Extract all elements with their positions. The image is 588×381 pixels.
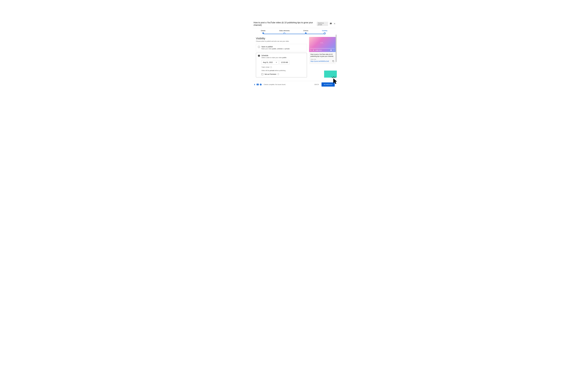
settings-icon[interactable]: [330, 49, 332, 51]
step-dot-active-icon: [324, 32, 326, 34]
video-preview-panel: ◆ ◆• • • • 0:00 / 0:11 How to post a You…: [309, 37, 336, 64]
dialog-footer: HD Checks complete. No issues found. BAC…: [252, 81, 336, 88]
footer-status: Checks complete. No issues found.: [264, 84, 286, 85]
step-details[interactable]: Details: [261, 30, 266, 34]
copy-icon[interactable]: [332, 60, 334, 63]
time-display: 0:00 / 0:11: [316, 50, 322, 51]
svg-line-0: [332, 77, 333, 78]
schedule-desc: Select a date to make your video public: [261, 57, 287, 59]
step-label: Video elements: [279, 30, 290, 32]
time-value: 12:00 AM: [281, 61, 288, 63]
step-video-elements[interactable]: Video elements: [279, 30, 290, 34]
save-or-publish-card[interactable]: Save or publish Make your video public, …: [256, 44, 307, 51]
saved-status-badge: Saved as private: [317, 22, 328, 26]
help-icon[interactable]: ?: [277, 73, 279, 75]
step-visibility[interactable]: Visibility: [322, 30, 327, 34]
premiere-label: Set as Premiere: [265, 73, 276, 75]
timezone-label[interactable]: TIME ZONE: [261, 66, 270, 68]
step-label: Visibility: [322, 30, 327, 32]
upload-icon[interactable]: [253, 84, 256, 85]
player-controls: 0:00 / 0:11: [309, 49, 336, 52]
progress-bar[interactable]: [310, 48, 335, 49]
video-thumbnail[interactable]: ◆ ◆• • • • 0:00 / 0:11: [309, 37, 336, 52]
scrollbar[interactable]: [336, 35, 336, 62]
video-link-label: Video link: [311, 59, 334, 60]
premiere-checkbox[interactable]: [261, 73, 263, 75]
volume-icon[interactable]: [313, 49, 315, 51]
video-link[interactable]: https://youtu.be/IIiWMSnz3uE: [311, 61, 329, 62]
back-button[interactable]: BACK: [313, 83, 320, 86]
stepper-line: [264, 34, 324, 34]
svg-line-2: [335, 77, 336, 78]
annotation-cursor-icon: [331, 76, 338, 85]
dialog-header: How to post a YouTube video (& 10 publis…: [252, 21, 336, 28]
step-label: Details: [261, 30, 266, 32]
stepper: Details Video elements Checks Visibility: [252, 28, 336, 35]
schedule-title: Schedule: [261, 55, 287, 56]
hd-icon: HD: [257, 84, 259, 85]
save-publish-desc: Make your video public, unlisted, or pri…: [261, 48, 290, 50]
section-title: Visibility: [256, 37, 307, 40]
feedback-icon[interactable]: [330, 22, 332, 25]
step-checks[interactable]: Checks: [303, 30, 308, 34]
time-picker[interactable]: 12:00 AM: [279, 60, 289, 64]
fullscreen-icon[interactable]: [333, 49, 335, 51]
preview-title: How to post a YouTube video (& 10 publis…: [311, 53, 334, 57]
dialog-title: How to post a YouTube video (& 10 publis…: [253, 21, 317, 26]
help-icon[interactable]: ?: [270, 66, 272, 68]
radio-selected-icon[interactable]: [258, 55, 260, 57]
date-value: Aug 31, 2022: [263, 61, 273, 63]
upload-dialog: How to post a YouTube video (& 10 publis…: [252, 21, 336, 88]
section-subtitle: Choose when to publish and who can see y…: [256, 41, 307, 42]
step-dot-check-icon: [305, 32, 307, 34]
schedule-card: Schedule Select a date to make your vide…: [256, 53, 307, 77]
date-picker[interactable]: Aug 31, 2022: [261, 60, 278, 64]
close-icon[interactable]: [334, 22, 336, 25]
chevron-down-icon: [276, 62, 277, 63]
step-dot-check-icon: [262, 32, 264, 34]
play-icon[interactable]: [310, 49, 312, 51]
save-publish-title: Save or publish: [261, 46, 290, 48]
radio-unselected-icon[interactable]: [258, 46, 260, 48]
step-dot-open-icon: [284, 32, 285, 34]
step-label: Checks: [303, 30, 308, 32]
publish-note: Video will be private before publishing: [261, 70, 305, 71]
check-circle-icon: [260, 84, 262, 85]
